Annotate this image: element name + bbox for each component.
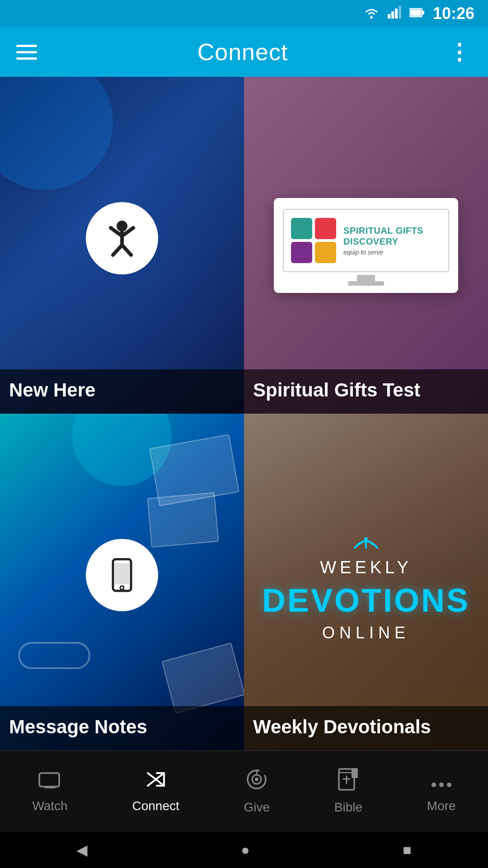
sg-text: SPIRITUAL GIFTSDISCOVERY equip to serve <box>343 225 423 256</box>
sg-tagline: equip to serve <box>343 249 423 256</box>
more-dots-icon <box>430 769 453 794</box>
svg-rect-6 <box>422 11 424 14</box>
weekly-label: WEEKLY <box>320 558 412 577</box>
status-icons: 10:26 <box>363 4 474 23</box>
message-notes-label: Message Notes <box>9 716 147 737</box>
photo-strip-2 <box>147 492 219 548</box>
signal-icon <box>388 6 401 22</box>
new-here-icon <box>86 202 158 274</box>
svg-rect-15 <box>115 563 129 584</box>
monitor-stand <box>357 275 375 281</box>
hamburger-menu-icon[interactable] <box>16 45 37 60</box>
message-notes-icon <box>86 539 158 611</box>
status-time: 10:26 <box>433 4 474 23</box>
nav-item-connect[interactable]: Connect <box>123 765 188 818</box>
more-label: More <box>427 799 456 813</box>
svg-point-18 <box>364 537 368 541</box>
give-icon <box>245 768 268 796</box>
svg-rect-1 <box>388 14 390 19</box>
nav-item-give[interactable]: Give <box>235 764 279 819</box>
nav-item-watch[interactable]: Watch <box>23 765 76 818</box>
svg-rect-3 <box>395 9 398 19</box>
bottom-nav: Watch Connect Give <box>0 750 488 832</box>
svg-line-13 <box>122 245 131 255</box>
new-here-label-container: New Here <box>0 369 244 414</box>
svg-point-34 <box>439 783 444 787</box>
spiritual-gifts-label: Spiritual Gifts Test <box>253 379 420 401</box>
sg-title: SPIRITUAL GIFTSDISCOVERY <box>343 225 423 247</box>
page-title: Connect <box>197 38 288 66</box>
nav-item-more[interactable]: More <box>418 765 465 818</box>
bible-icon <box>338 768 359 796</box>
wifi-icon <box>363 6 380 22</box>
battery-icon <box>409 6 425 21</box>
svg-rect-7 <box>410 9 421 16</box>
connect-label: Connect <box>132 799 179 813</box>
svg-rect-19 <box>39 773 59 787</box>
svg-point-33 <box>432 783 436 787</box>
grid-item-weekly-devotionals[interactable]: WEEKLY DEVOTIONS ONLINE Weekly Devotiona… <box>244 414 488 750</box>
new-here-label: New Here <box>9 379 95 401</box>
system-nav: ◀ ● ■ <box>0 832 488 868</box>
spiritual-gifts-logo: SPIRITUAL GIFTSDISCOVERY equip to serve <box>244 77 488 414</box>
watch-icon <box>38 769 62 794</box>
recents-button[interactable]: ■ <box>403 842 411 859</box>
spiritual-gifts-label-container: Spiritual Gifts Test <box>244 369 488 414</box>
grid-item-spiritual-gifts[interactable]: SPIRITUAL GIFTSDISCOVERY equip to serve … <box>244 77 488 414</box>
content-grid: New Here SPIRITUAL GIFTSDISCOVERY <box>0 77 488 750</box>
svg-rect-4 <box>399 6 401 19</box>
svg-line-12 <box>113 245 122 255</box>
watch-label: Watch <box>32 799 67 813</box>
online-label: ONLINE <box>322 623 410 642</box>
back-button[interactable]: ◀ <box>76 841 88 859</box>
svg-point-27 <box>255 778 258 781</box>
sg-squares <box>291 218 336 263</box>
grid-item-message-notes[interactable]: Message Notes <box>0 414 244 750</box>
home-button[interactable]: ● <box>241 842 249 859</box>
svg-point-0 <box>370 16 373 19</box>
give-label: Give <box>244 800 270 815</box>
devotions-label: DEVOTIONS <box>262 582 470 619</box>
svg-rect-2 <box>391 11 394 19</box>
connect-icon <box>144 769 168 794</box>
grid-item-new-here[interactable]: New Here <box>0 77 244 414</box>
weekly-devotionals-label: Weekly Devotionals <box>253 716 431 737</box>
bible-label: Bible <box>334 800 362 815</box>
svg-point-16 <box>120 586 124 590</box>
app-bar: Connect ⋮ <box>0 27 488 77</box>
more-options-icon[interactable]: ⋮ <box>448 39 472 65</box>
nav-item-bible[interactable]: Bible <box>325 764 371 819</box>
svg-point-35 <box>447 783 451 787</box>
status-bar: 10:26 <box>0 0 488 27</box>
message-notes-label-container: Message Notes <box>0 706 244 750</box>
devotions-content: WEEKLY DEVOTIONS ONLINE <box>244 414 488 750</box>
weekly-devotionals-label-container: Weekly Devotionals <box>244 706 488 750</box>
monitor-base <box>348 281 384 286</box>
